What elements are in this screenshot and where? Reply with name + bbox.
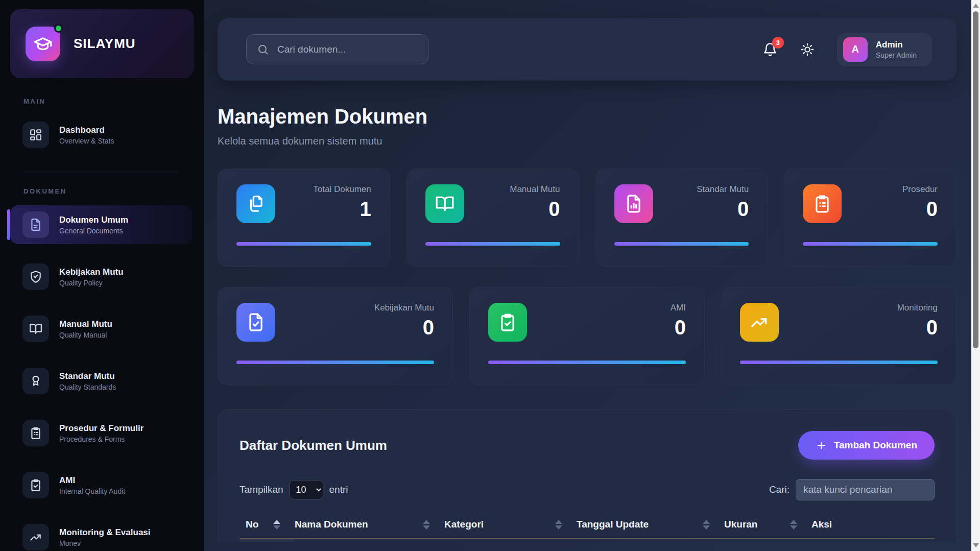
sidebar-item-dashboard[interactable]: Dashboard Overview & Stats (10, 115, 192, 154)
entries-suffix-label: entri (329, 484, 348, 495)
sidebar-item-dokumen-umum[interactable]: Dokumen Umum General Documents (10, 205, 192, 244)
file-text-icon (22, 211, 49, 238)
sort-icon (555, 520, 562, 530)
entries-per-page-select[interactable]: 10 (290, 480, 323, 499)
sidebar-item-sublabel: Procedures & Forms (59, 435, 144, 443)
sidebar-item-label: Prosedur & Formulir (59, 423, 144, 434)
stat-label: Monitoring (897, 303, 938, 313)
clipboard-check-icon (22, 472, 49, 498)
document-list-title: Daftar Dokumen Umum (240, 438, 387, 453)
sidebar: SILAYMU MAIN Dashboard Overview & Stats … (0, 0, 204, 551)
stat-card-total-dokumen: Total Dokumen 1 (218, 169, 390, 267)
column-header-kategori[interactable]: Kategori (444, 513, 577, 539)
notifications-button[interactable]: 3 (762, 42, 778, 57)
stat-label: Total Dokumen (313, 184, 371, 195)
brand-name: SILAYMU (74, 36, 136, 52)
column-header-nama-dokumen[interactable]: Nama Dokumen (295, 513, 444, 539)
theme-toggle-button[interactable] (800, 42, 815, 57)
sidebar-item-kebijakan-mutu[interactable]: Kebijakan Mutu Quality Policy (10, 257, 192, 296)
copy-pages-icon (236, 184, 275, 223)
stat-value: 1 (313, 199, 371, 219)
sidebar-item-sublabel: Monev (59, 539, 151, 547)
add-document-label: Tambah Dokumen (834, 440, 917, 451)
scrollbar-down-arrow-icon[interactable] (973, 543, 979, 547)
user-name: Admin (876, 40, 917, 50)
plus-icon (816, 440, 827, 451)
sort-icon (423, 520, 430, 530)
shield-check-icon (22, 263, 49, 290)
page-scrollbar[interactable] (971, 0, 980, 551)
table-search-input[interactable] (796, 479, 935, 500)
cell-category (444, 539, 577, 542)
stat-label: Standar Mutu (697, 184, 749, 195)
avatar: A (843, 37, 868, 62)
book-open-icon (425, 184, 464, 223)
sun-icon (800, 42, 815, 57)
table-header-row: No Nama Dokumen Kategori (240, 513, 935, 539)
sidebar-item-ami[interactable]: AMI Internal Quality Audit (10, 466, 192, 505)
search-input[interactable] (277, 44, 418, 55)
sidebar-item-sublabel: Overview & Stats (59, 137, 114, 145)
documents-table: No Nama Dokumen Kategori (240, 513, 935, 542)
sidebar-section-dokumen: DOKUMEN (10, 187, 192, 195)
document-list-card: Daftar Dokumen Umum Tambah Dokumen Tampi… (218, 409, 957, 542)
table-search-label: Cari: (769, 484, 790, 495)
stat-card-kebijakan-mutu: Kebijakan Mutu 0 (218, 287, 453, 385)
document-search[interactable] (246, 34, 428, 64)
cell-no: 1 (240, 539, 295, 542)
award-icon (22, 368, 49, 394)
stat-value: 0 (510, 199, 560, 219)
main-content: 3 A Admin Super Admin Manajemen Dokumen (204, 0, 980, 551)
sort-icon (273, 520, 280, 530)
stat-progress-bar (236, 361, 434, 364)
stat-value: 0 (374, 317, 434, 338)
sidebar-item-label: Dashboard (59, 125, 114, 135)
stat-label: Kebijakan Mutu (374, 303, 434, 313)
cell-name: Dokumen Contoh (295, 539, 444, 542)
sort-icon (790, 520, 797, 530)
sidebar-item-label: Dokumen Umum (59, 215, 128, 225)
stat-label: Prosedur (902, 184, 938, 195)
sidebar-item-manual-mutu[interactable]: Manual Mutu Quality Manual (10, 309, 192, 348)
sort-icon (703, 520, 710, 530)
stat-progress-bar (803, 242, 938, 246)
brand-card[interactable]: SILAYMU (10, 9, 194, 78)
column-header-aksi: Aksi (811, 513, 935, 539)
trending-up-icon (22, 524, 49, 550)
book-open-icon (22, 316, 49, 342)
stat-card-prosedur: Prosedur 0 (784, 169, 957, 267)
user-role: Super Admin (876, 51, 917, 59)
sidebar-item-prosedur-formulir[interactable]: Prosedur & Formulir Procedures & Forms (10, 414, 192, 452)
scrollbar-up-arrow-icon[interactable] (973, 4, 979, 8)
sidebar-section-main: MAIN (10, 98, 192, 105)
sidebar-nav-main: Dashboard Overview & Stats (10, 115, 192, 167)
cell-actions (811, 539, 935, 542)
file-check-icon (236, 303, 275, 342)
clipboard-check-icon (488, 303, 527, 342)
user-menu[interactable]: A Admin Super Admin (837, 33, 932, 66)
search-icon (257, 43, 269, 56)
cell-size: 25.1 KB (724, 539, 811, 542)
add-document-button[interactable]: Tambah Dokumen (798, 431, 935, 460)
show-entries-label: Tampilkan (240, 484, 283, 495)
stat-value: 0 (671, 317, 686, 338)
sidebar-item-label: AMI (59, 475, 125, 486)
stat-value: 0 (902, 199, 938, 219)
stats-row-2: Kebijakan Mutu 0 AMI 0 (218, 287, 957, 385)
online-status-dot (54, 24, 63, 33)
topbar: 3 A Admin Super Admin (218, 18, 957, 81)
column-header-ukuran[interactable]: Ukuran (724, 513, 811, 539)
stat-label: AMI (671, 303, 686, 313)
column-header-tanggal-update[interactable]: Tanggal Update (577, 513, 724, 539)
sidebar-item-sublabel: Quality Standards (59, 383, 116, 391)
sidebar-item-label: Monitoring & Evaluasi (59, 528, 151, 538)
stat-value: 0 (897, 317, 938, 338)
sidebar-item-monitoring-evaluasi[interactable]: Monitoring & Evaluasi Monev (10, 518, 192, 551)
sidebar-item-standar-mutu[interactable]: Standar Mutu Quality Standards (10, 362, 192, 400)
cell-date: 02 Sep 2025 (577, 539, 724, 542)
stat-progress-bar (488, 361, 686, 364)
scrollbar-thumb[interactable] (973, 11, 978, 348)
stat-progress-bar (614, 242, 749, 246)
sidebar-item-sublabel: Internal Quality Audit (59, 487, 125, 495)
column-header-no[interactable]: No (240, 513, 295, 539)
